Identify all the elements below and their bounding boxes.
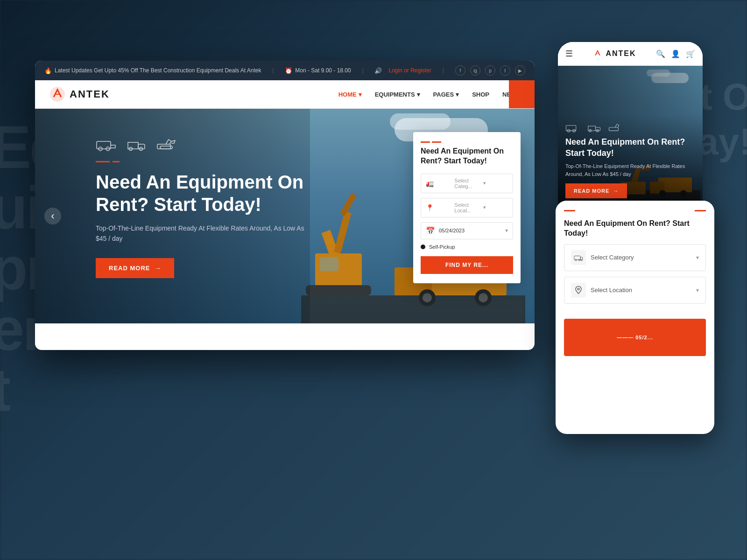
nav-item-equipments[interactable]: EQUIPMENTS ▾ bbox=[375, 91, 420, 98]
desktop-mockup: 🔥 Latest Updates Get Upto 45% Off The Be… bbox=[35, 61, 535, 350]
dump-truck-icon bbox=[126, 137, 147, 152]
date-value: 05/24/2023 bbox=[439, 228, 501, 233]
location-select-field[interactable]: 📍 Select Locat... ▾ bbox=[421, 198, 513, 217]
mobile-hero-title-back: Need An Equipment On Rent? Start Today! bbox=[565, 137, 695, 159]
mobile-front-location-select[interactable]: Select Location ▾ bbox=[564, 277, 706, 304]
logo-area: ANTEK bbox=[49, 86, 110, 103]
excavator-icon bbox=[156, 137, 177, 152]
social-icons-area: f ig p t ▶ bbox=[455, 65, 525, 76]
nav-item-home[interactable]: HOME ▾ bbox=[338, 91, 362, 98]
mobile-logo-icon bbox=[592, 49, 603, 59]
facebook-icon[interactable]: f bbox=[455, 65, 465, 76]
youtube-icon[interactable]: ▶ bbox=[515, 65, 525, 76]
desktop-search-panel: Need An Equipment On Rent? Start Today! … bbox=[413, 132, 521, 283]
nav-links: HOME ▾ EQUIPMENTS ▾ PAGES ▾ SHOP bbox=[338, 91, 521, 98]
logo-text: ANTEK bbox=[70, 88, 110, 100]
category-chevron: ▾ bbox=[483, 180, 508, 186]
mobile-search-icon[interactable]: 🔍 bbox=[656, 49, 665, 58]
location-icon: 📍 bbox=[426, 204, 451, 211]
calendar-icon: 📅 bbox=[426, 226, 435, 235]
mobile-front-content: Need An Equipment On Rent? Start Today! … bbox=[556, 201, 714, 319]
navbar: ANTEK HOME ▾ EQUIPMENTS ▾ PAGES ▾ bbox=[35, 80, 535, 109]
mobile-front-location-label: Select Location bbox=[591, 287, 691, 294]
mobile-front-category-chevron: ▾ bbox=[696, 254, 699, 261]
panel-top-divider bbox=[421, 141, 513, 143]
login-text[interactable]: Login or Register bbox=[388, 67, 431, 74]
pickup-text: Self-Pickup bbox=[429, 244, 455, 250]
hero-title: Need An Equipment On Rent? Start Today! bbox=[96, 171, 329, 216]
logo-icon bbox=[49, 86, 66, 103]
svg-point-42 bbox=[578, 288, 579, 290]
mobile-front-truck-icon bbox=[571, 250, 586, 265]
m-truck-icon bbox=[587, 122, 602, 133]
mobile-nav-icons-back: 🔍 👤 🛒 bbox=[656, 49, 695, 58]
announcement-left: 🔥 Latest Updates Get Upto 45% Off The Be… bbox=[44, 67, 261, 74]
mobile-front-orange-strip: ——— 05/2... bbox=[564, 319, 706, 356]
svg-point-5 bbox=[423, 293, 432, 302]
m-excavator-icon bbox=[608, 122, 623, 133]
mobile-front-category-label: Select Category bbox=[591, 254, 691, 261]
category-placeholder: Select Categ... bbox=[454, 178, 479, 189]
date-chevron: ▾ bbox=[505, 227, 508, 234]
location-placeholder: Select Locat... bbox=[454, 202, 479, 213]
svg-rect-13 bbox=[306, 285, 371, 295]
mobile-front-location-chevron: ▾ bbox=[696, 287, 699, 294]
find-rental-button[interactable]: FIND MY RE... bbox=[421, 256, 513, 274]
mobile-hero-subtitle-back: Top-Of-The-Line Equipment Ready At Flexi… bbox=[565, 162, 695, 178]
nav-orange-accent bbox=[509, 80, 535, 108]
m-drill-icon bbox=[565, 122, 580, 133]
announcement-right: 🔊 Login or Register | f ig p t ▶ bbox=[374, 65, 525, 76]
svg-point-7 bbox=[479, 293, 488, 302]
hours-text: Mon - Sat 9.00 - 18.00 bbox=[295, 67, 351, 74]
svg-rect-21 bbox=[157, 144, 170, 149]
svg-rect-1 bbox=[301, 295, 525, 323]
instagram-icon[interactable]: ig bbox=[470, 65, 480, 76]
date-select-field[interactable]: 📅 05/24/2023 ▾ bbox=[421, 222, 513, 239]
svg-rect-36 bbox=[609, 127, 618, 131]
location-chevron: ▾ bbox=[483, 204, 508, 210]
mobile-user-icon[interactable]: 👤 bbox=[671, 49, 680, 58]
hero-section: ‹ bbox=[35, 109, 535, 323]
category-select-field[interactable]: 🚛 Select Categ... ▾ bbox=[421, 174, 513, 193]
pinterest-icon[interactable]: p bbox=[485, 65, 495, 76]
fire-icon: 🔥 bbox=[44, 67, 52, 74]
mobile-logo-back: ANTEK bbox=[592, 49, 636, 59]
mobile-front-location-icon bbox=[571, 283, 586, 298]
svg-rect-9 bbox=[334, 211, 352, 254]
hero-icon-row bbox=[96, 137, 329, 152]
pickup-row: Self-Pickup bbox=[421, 244, 513, 250]
nav-item-pages[interactable]: PAGES ▾ bbox=[433, 91, 459, 98]
prev-slide-button[interactable]: ‹ bbox=[44, 208, 61, 224]
announcement-center: ⏰ Mon - Sat 9.00 - 18.00 bbox=[285, 67, 351, 74]
mobile-front-title: Need An Equipment On Rent? Start Today! bbox=[564, 219, 706, 238]
hero-divider bbox=[96, 161, 329, 162]
nav-item-shop[interactable]: SHOP bbox=[472, 91, 489, 98]
speaker-icon: 🔊 bbox=[374, 67, 382, 74]
mobile-hero-icons bbox=[565, 122, 695, 133]
announcement-text: Latest Updates Get Upto 45% Off The Best… bbox=[55, 67, 261, 74]
mobile-mockup-front: Need An Equipment On Rent? Start Today! … bbox=[556, 201, 714, 434]
mobile-front-divider bbox=[564, 210, 706, 211]
mobile-nav-back: ☰ ANTEK 🔍 👤 🛒 bbox=[558, 42, 703, 66]
search-panel-title: Need An Equipment On Rent? Start Today! bbox=[421, 147, 513, 166]
pickup-dot bbox=[421, 245, 425, 249]
drill-icon bbox=[96, 137, 117, 152]
hero-read-more-button[interactable]: READ MORE → bbox=[96, 258, 174, 278]
mobile-hero-btn-back[interactable]: READ MORE → bbox=[565, 183, 627, 198]
mobile-cart-icon[interactable]: 🛒 bbox=[686, 49, 695, 58]
twitter-icon[interactable]: t bbox=[500, 65, 510, 76]
mobile-hero-content-back: Need An Equipment On Rent? Start Today! … bbox=[558, 114, 703, 206]
hero-content: Need An Equipment On Rent? Start Today! … bbox=[96, 137, 329, 278]
cloud2 bbox=[390, 113, 451, 130]
mobile-menu-icon[interactable]: ☰ bbox=[565, 49, 573, 59]
truck-category-icon: 🚛 bbox=[426, 180, 451, 187]
hero-subtitle: Top-Of-The-Line Equipment Ready At Flexi… bbox=[96, 223, 306, 244]
mobile-hero-back: Need An Equipment On Rent? Start Today! … bbox=[558, 66, 703, 206]
announcement-bar: 🔥 Latest Updates Get Upto 45% Off The Be… bbox=[35, 61, 535, 80]
clock-icon: ⏰ bbox=[285, 67, 292, 74]
mobile-front-category-select[interactable]: Select Category ▾ bbox=[564, 244, 706, 271]
